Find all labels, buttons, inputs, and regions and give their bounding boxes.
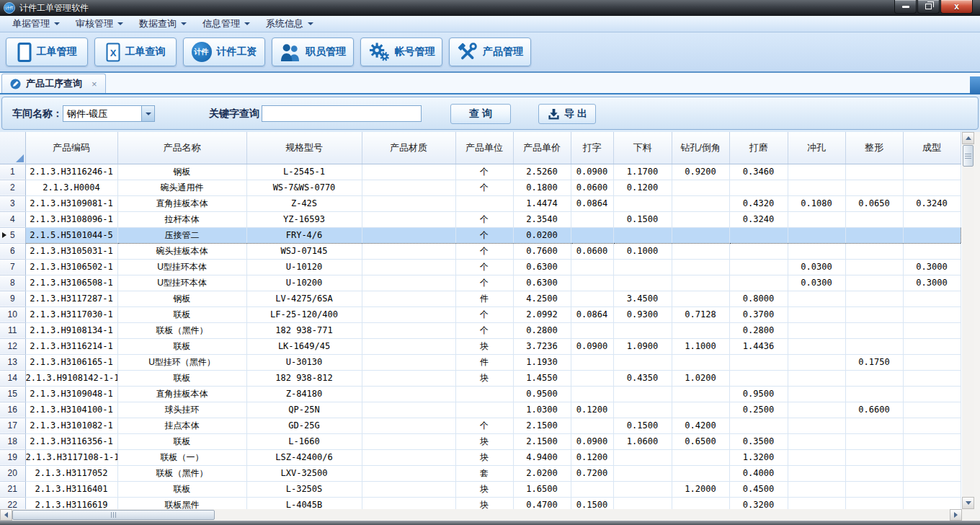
cell-stamping[interactable]: 0.0600	[571, 243, 613, 259]
cell-punching[interactable]	[788, 243, 845, 259]
cell-stamping[interactable]	[571, 354, 613, 370]
cell-drill-chamfer[interactable]	[672, 465, 729, 481]
cell-drill-chamfer[interactable]: 0.4200	[672, 418, 729, 433]
scroll-left-button[interactable]	[0, 509, 12, 521]
cell-unit-price[interactable]: 1.4474	[513, 195, 571, 211]
menu-item-system-info[interactable]: 系统信息	[258, 15, 321, 32]
cell-product-code[interactable]: 2.1.3.H3109048-1	[25, 386, 117, 402]
cell-shaping[interactable]	[845, 227, 903, 243]
cell-unit[interactable]: 块	[455, 497, 513, 509]
row-number[interactable]: 15	[0, 386, 25, 402]
cell-shaping[interactable]	[845, 497, 903, 509]
cell-unit-price[interactable]: 2.0992	[513, 306, 571, 322]
table-row[interactable]: 42.1.3.H3108096-1拉杆本体YZ-16593个2.35400.15…	[0, 211, 961, 227]
cell-unit[interactable]: 块	[455, 433, 513, 449]
cell-unit[interactable]: 个	[455, 275, 513, 291]
cell-shaping[interactable]: 0.0650	[845, 195, 903, 211]
staff-management-button[interactable]: 职员管理	[272, 38, 354, 66]
column-header-unit-price[interactable]: 产品单价	[513, 132, 571, 164]
cell-punching[interactable]	[788, 211, 845, 227]
cell-stamping[interactable]	[571, 275, 613, 291]
cell-forming[interactable]	[903, 418, 961, 433]
menu-item-document-management[interactable]: 单据管理	[4, 15, 68, 32]
cell-stamping[interactable]	[571, 386, 613, 402]
row-number[interactable]: 18	[0, 433, 25, 449]
scroll-up-button[interactable]	[962, 132, 974, 144]
cell-unit-price[interactable]: 0.1800	[513, 180, 571, 195]
cell-unit[interactable]: 块	[455, 449, 513, 465]
cell-cutting[interactable]	[613, 465, 672, 481]
cell-unit[interactable]: 个	[455, 306, 513, 322]
vertical-scroll-thumb[interactable]	[963, 145, 974, 167]
table-row[interactable]: 132.1.3.H3106165-1U型挂环（黑件）U-30130件1.1930…	[0, 354, 961, 370]
cell-material[interactable]	[362, 227, 455, 243]
cell-drill-chamfer[interactable]	[672, 180, 729, 195]
row-number[interactable]: 10	[0, 306, 25, 322]
cell-product-name[interactable]: U型挂环本体	[117, 275, 246, 291]
cell-cutting[interactable]	[613, 275, 672, 291]
cell-shaping[interactable]	[845, 465, 903, 481]
cell-drill-chamfer[interactable]	[672, 195, 729, 211]
cell-drill-chamfer[interactable]	[672, 402, 729, 418]
cell-forming[interactable]: 0.3000	[903, 259, 961, 275]
cell-unit-price[interactable]: 3.7236	[513, 338, 571, 354]
cell-unit[interactable]: 个	[455, 180, 513, 195]
cell-material[interactable]	[362, 306, 455, 322]
cell-drill-chamfer[interactable]	[672, 211, 729, 227]
piecework-wage-button[interactable]: 计件 计件工资	[183, 38, 265, 66]
column-header-product-name[interactable]: 产品名称	[117, 132, 246, 164]
cell-punching[interactable]: 0.1080	[788, 195, 845, 211]
cell-grinding[interactable]: 0.9500	[729, 386, 788, 402]
table-row[interactable]: 12.1.3.H3116246-1钢板L-2545-1个2.52600.0900…	[0, 164, 961, 180]
cell-product-code[interactable]: 2.1.3.H3116401	[25, 481, 117, 497]
table-row[interactable]: 112.1.3.H9108134-1联板（黑件）182 938-771个0.28…	[0, 322, 961, 338]
cell-forming[interactable]	[903, 354, 961, 370]
column-header-product-code[interactable]: 产品编码	[25, 132, 117, 164]
cell-shaping[interactable]	[845, 322, 903, 338]
cell-spec-model[interactable]: WSJ-07145	[246, 243, 362, 259]
cell-unit-price[interactable]: 0.4700	[513, 497, 571, 509]
cell-grinding[interactable]	[729, 227, 788, 243]
cell-product-name[interactable]: 碗头挂板本体	[117, 243, 246, 259]
cell-material[interactable]	[362, 481, 455, 497]
cell-material[interactable]	[362, 259, 455, 275]
cell-spec-model[interactable]: LF-25-120/400	[246, 306, 362, 322]
cell-unit[interactable]	[455, 195, 513, 211]
row-number[interactable]: 7	[0, 259, 25, 275]
cell-shaping[interactable]	[845, 433, 903, 449]
column-header-punching[interactable]: 冲孔	[788, 132, 845, 164]
cell-punching[interactable]	[788, 449, 845, 465]
cell-drill-chamfer[interactable]: 1.2000	[672, 481, 729, 497]
cell-material[interactable]	[362, 497, 455, 509]
minimize-button[interactable]	[894, 0, 917, 14]
cell-shaping[interactable]: 0.6600	[845, 402, 903, 418]
cell-shaping[interactable]	[845, 291, 903, 306]
cell-product-name[interactable]: 联板（黑件）	[117, 322, 246, 338]
cell-spec-model[interactable]: LSZ-42400/6	[246, 449, 362, 465]
cell-unit[interactable]: 个	[455, 243, 513, 259]
cell-spec-model[interactable]: YZ-16593	[246, 211, 362, 227]
cell-product-name[interactable]: 联板	[117, 370, 246, 386]
table-row[interactable]: 62.1.3.H3105031-1碗头挂板本体WSJ-07145个0.76000…	[0, 243, 961, 259]
column-header-drill-chamfer[interactable]: 钻孔/倒角	[672, 132, 729, 164]
cell-unit-price[interactable]: 1.6500	[513, 481, 571, 497]
cell-spec-model[interactable]: L-1660	[246, 433, 362, 449]
cell-product-code[interactable]: 2.1.3.H3106502-1	[25, 259, 117, 275]
horizontal-scroll-thumb[interactable]	[12, 510, 215, 520]
tab-close-icon[interactable]: ×	[92, 79, 97, 89]
cell-shaping[interactable]	[845, 164, 903, 180]
cell-product-code[interactable]: 2.1.3.H3116214-1	[25, 338, 117, 354]
table-row[interactable]: 222.1.3.H3116619联板黑件L-4045B块0.47000.1500…	[0, 497, 961, 509]
row-number[interactable]: 12	[0, 338, 25, 354]
row-number[interactable]: 14	[0, 370, 25, 386]
cell-product-name[interactable]: 钢板	[117, 164, 246, 180]
cell-unit-price[interactable]: 2.5260	[513, 164, 571, 180]
cell-grinding[interactable]: 0.3460	[729, 164, 788, 180]
cell-unit-price[interactable]: 2.3540	[513, 211, 571, 227]
cell-punching[interactable]: 0.0300	[788, 275, 845, 291]
cell-unit[interactable]: 个	[455, 259, 513, 275]
cell-cutting[interactable]	[613, 481, 672, 497]
cell-shaping[interactable]	[845, 418, 903, 433]
cell-shaping[interactable]	[845, 275, 903, 291]
cell-cutting[interactable]	[613, 354, 672, 370]
